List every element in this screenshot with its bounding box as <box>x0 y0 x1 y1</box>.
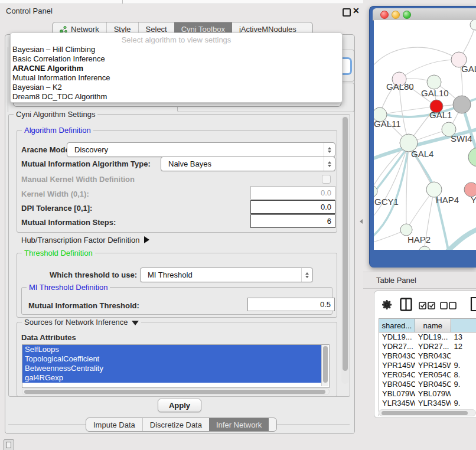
data-attribute-item[interactable]: SelfLoops <box>22 345 322 354</box>
network-edge[interactable] <box>399 60 459 79</box>
table-hscrollbar-thumb[interactable] <box>382 411 468 415</box>
network-node[interactable] <box>468 148 476 167</box>
table-cell: 9. <box>451 361 476 370</box>
which-threshold-label: Which threshold to use: <box>50 270 137 279</box>
dpi-tolerance-label: DPI Tolerance [0,1]: <box>21 204 92 213</box>
manual-kernel-label: Manual Kernel Width Definition <box>21 175 135 184</box>
dropdown-menu-item[interactable]: Dream8 DC_TDC Algorithm <box>12 92 340 102</box>
table-row[interactable]: YBR043CYBR043C <box>379 351 476 361</box>
algorithm-definition-title: Algorithm Definition <box>22 126 93 135</box>
tab-discretize-data[interactable]: Discretize Data <box>142 418 209 431</box>
mi-type-combo[interactable]: Naive Bayes <box>161 156 335 171</box>
split-columns-icon[interactable] <box>400 298 412 314</box>
table-row[interactable]: YBR045CYBR045C9. <box>379 380 476 389</box>
window-zoom-icon[interactable] <box>403 11 411 19</box>
table-cell: YBL079W <box>379 389 415 399</box>
splitter-collapse-icon[interactable] <box>360 219 363 224</box>
mi-steps-field[interactable]: 6 <box>250 214 335 228</box>
settings-scrollbar-thumb[interactable] <box>343 117 348 371</box>
network-canvas[interactable]: GAL7GAL80GAL10GAL1GAL11SWI4GAL4GCY1HAP4Y… <box>374 20 476 250</box>
network-edge[interactable] <box>374 47 459 70</box>
apply-button[interactable]: Apply <box>158 399 201 412</box>
table-row[interactable]: YER054CYER054C8. <box>379 370 476 380</box>
combo-arrows-icon <box>324 143 335 156</box>
hub-definition-toggle[interactable]: Hub/Transcription Factor Definition <box>21 236 149 244</box>
expand-right-icon <box>144 236 149 243</box>
table-row[interactable]: YDR27...YDR27...12 <box>379 342 476 351</box>
mi-threshold-field[interactable]: 0.5 <box>247 298 335 311</box>
network-window-titlebar[interactable] <box>373 8 476 21</box>
table-row[interactable]: YPR145WYPR145W9. <box>379 361 476 370</box>
attributes-scrollbar[interactable] <box>321 345 328 386</box>
mi-type-value: Naive Bayes <box>161 159 324 168</box>
aracne-mode-combo[interactable]: Discovery <box>67 142 335 157</box>
which-threshold-value: MI Threshold <box>141 270 301 279</box>
window-minimize-icon[interactable] <box>392 11 400 19</box>
float-panel-icon[interactable] <box>343 8 351 17</box>
deselect-all-icon[interactable] <box>440 301 457 312</box>
restore-panel-icon[interactable] <box>4 439 14 450</box>
control-panel-title: Control Panel <box>6 6 53 15</box>
tab-infer-network-label: Infer Network <box>216 420 262 429</box>
sources-title[interactable]: Sources for Network Inference <box>22 318 141 327</box>
table-row[interactable]: YBL079WYBL079W <box>379 389 476 399</box>
table-cell: YPR145W <box>415 361 451 370</box>
network-node-label: GAL7 <box>461 64 476 74</box>
network-node[interactable] <box>470 20 476 30</box>
select-all-icon[interactable] <box>419 301 435 312</box>
settings-scrollbar[interactable] <box>341 116 349 384</box>
export-table-icon[interactable] <box>470 296 476 314</box>
table-cell: 9. <box>451 399 476 408</box>
column-header-shared-name[interactable]: shared... <box>379 319 415 332</box>
gear-icon[interactable] <box>381 299 393 313</box>
attributes-scrollbar-thumb[interactable] <box>323 346 328 383</box>
table-panel-header: Table Panel <box>363 272 476 289</box>
table-row[interactable]: YDL19...YDL19...13 <box>379 332 476 342</box>
table-cell <box>451 389 476 399</box>
data-attribute-item[interactable]: gal4RGexp <box>22 373 322 383</box>
dropdown-menu-item[interactable]: Mutual Information Inference <box>12 73 340 83</box>
network-node-label: GAL1 <box>429 110 452 120</box>
network-edge[interactable] <box>380 106 436 115</box>
tab-infer-network[interactable]: Infer Network <box>209 418 269 431</box>
data-attribute-item[interactable]: BetweennessCentrality <box>22 364 322 373</box>
table-cell: 8. <box>451 370 476 380</box>
table-cell: YBR045C <box>379 380 415 389</box>
table-row[interactable]: YLR345WYLR345W9. <box>379 399 476 408</box>
network-node-label: HAP4 <box>436 195 459 205</box>
network-edge[interactable] <box>445 227 476 250</box>
column-header-clipped[interactable] <box>451 319 476 332</box>
tab-impute-data-label: Impute Data <box>93 420 135 429</box>
restore-panel-glyph <box>6 442 11 448</box>
app-root: { "control_panel": { "title": "Control P… <box>0 0 476 450</box>
dropdown-menu-item[interactable]: Basic Correlation Inference <box>12 54 340 64</box>
network-node[interactable] <box>427 75 441 89</box>
manual-kernel-checkbox[interactable] <box>322 175 331 184</box>
kernel-width-field[interactable]: 0.0 <box>250 186 335 200</box>
dpi-tolerance-field[interactable]: 0.0 <box>250 200 335 214</box>
data-attribute-item[interactable]: TopologicalCoefficient <box>22 354 322 364</box>
data-attributes-list[interactable]: SelfLoopsTopologicalCoefficientBetweenne… <box>22 344 330 388</box>
collapse-down-icon <box>132 321 139 325</box>
table-cell: YBR045C <box>415 380 451 389</box>
network-node[interactable] <box>400 224 412 236</box>
dropdown-menu-item[interactable]: Bayesian – Hill Climbing <box>12 45 340 54</box>
which-threshold-combo[interactable]: MI Threshold <box>140 268 313 282</box>
dropdown-item-list: Bayesian – Hill ClimbingBasic Correlatio… <box>12 45 340 102</box>
table-cell: YDL19... <box>415 332 451 342</box>
algorithm-dropdown-popup: Select algorithm to view settings Bayesi… <box>10 32 343 103</box>
attributes-hscrollbar[interactable] <box>22 388 330 395</box>
tab-impute-data[interactable]: Impute Data <box>86 418 142 431</box>
dropdown-menu-item[interactable]: ARACNE Algorithm <box>12 64 340 73</box>
hidden-group-left-border <box>8 47 8 112</box>
table-cell: YDL19... <box>379 332 415 342</box>
dropdown-menu-item[interactable]: Bayesian – K2 <box>12 83 340 92</box>
close-panel-icon[interactable]: ✕ <box>353 6 360 15</box>
table-hscrollbar[interactable] <box>379 409 476 416</box>
network-node[interactable] <box>453 96 471 113</box>
attributes-hscrollbar-thumb[interactable] <box>24 390 325 394</box>
column-header-name[interactable]: name <box>415 319 451 332</box>
window-close-icon[interactable] <box>380 11 389 19</box>
table-cell: YLR345W <box>379 399 415 408</box>
network-node[interactable] <box>419 246 431 250</box>
